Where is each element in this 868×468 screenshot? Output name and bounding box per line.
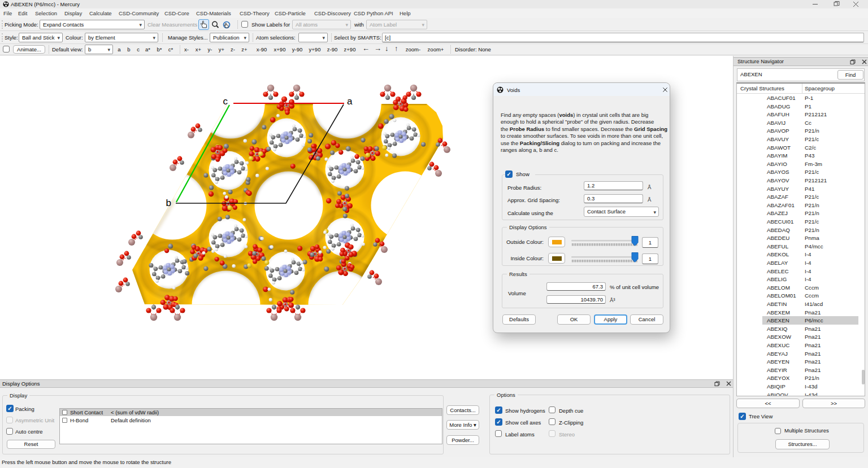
- svg-text:c: c: [223, 96, 228, 107]
- svg-text:b: b: [166, 198, 171, 208]
- svg-text:a: a: [347, 96, 353, 107]
